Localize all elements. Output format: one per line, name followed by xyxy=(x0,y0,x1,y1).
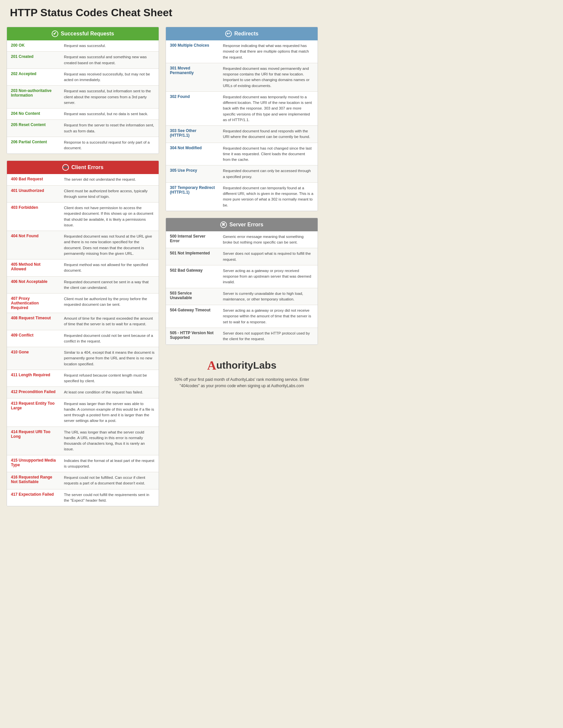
status-description: Response to a successful request for onl… xyxy=(60,137,159,154)
server-errors-title: Server Errors xyxy=(229,222,263,228)
status-description: Request was successful and something new… xyxy=(60,52,159,69)
redirects-section: ↩ Redirects 300 Multiple ChoicesResponse… xyxy=(165,27,318,211)
table-row: 500 Internal Server ErrorGeneric error m… xyxy=(166,231,318,248)
table-row: 200 OKRequest was successful. xyxy=(7,40,159,52)
status-code: 417 Expectation Failed xyxy=(7,489,60,506)
status-code: 400 Bad Request xyxy=(7,174,60,185)
status-description: Server is currently unavailable due to h… xyxy=(219,288,318,305)
table-row: 300 Multiple ChoicesResponse indicating … xyxy=(166,40,318,63)
status-code: 501 Not Implemented xyxy=(166,248,219,265)
table-row: 407 Proxy Authentication RequiredClient … xyxy=(7,294,159,313)
status-description: Server does not support what is required… xyxy=(219,248,318,265)
left-column: ✔ Successful Requests 200 OKRequest was … xyxy=(7,27,159,513)
status-description: The server could not fulfill the require… xyxy=(60,489,159,506)
status-description: Requested document was temporarily moved… xyxy=(219,91,318,125)
status-description: Requested document can temporarily found… xyxy=(219,182,318,211)
status-code: 307 Temporary Redirect (HTTP/1.1) xyxy=(166,182,219,211)
status-description: Request method was not allowed for the s… xyxy=(60,259,159,277)
authority-logo: A uthorityLabs xyxy=(169,358,315,373)
status-code: 403 Forbidden xyxy=(7,203,60,231)
status-code: 415 Unsupported Media Type xyxy=(7,455,60,472)
x-icon: ✖ xyxy=(220,221,227,228)
table-row: 405 Method Not AllowedRequest method was… xyxy=(7,259,159,277)
status-code: 206 Partial Content xyxy=(7,137,60,154)
status-code: 416 Requested Range Not Satisfiable xyxy=(7,472,60,489)
table-row: 408 Request TimeoutAmount of time for th… xyxy=(7,313,159,330)
status-description: Requested document was not found at the … xyxy=(60,231,159,259)
status-description: Amount of time for the request exceeded … xyxy=(60,313,159,330)
status-description: Requested document can only be accessed … xyxy=(219,165,318,183)
server-errors-section: ✖ Server Errors 500 Internal Server Erro… xyxy=(165,218,318,345)
client-errors-table: 400 Bad RequestThe server did not unders… xyxy=(7,174,159,506)
table-row: 406 Not AcceptableRequested document can… xyxy=(7,276,159,294)
table-row: 204 No ContentRequest was successful, bu… xyxy=(7,109,159,120)
authority-a-letter: A xyxy=(207,358,216,373)
status-description: Server does not support the HTTP protoco… xyxy=(219,328,318,344)
status-code: 405 Method Not Allowed xyxy=(7,259,60,277)
page-title: HTTP Status Codes Cheat Sheet xyxy=(7,7,556,19)
status-description: The URL was longer than what the server … xyxy=(60,427,159,455)
table-row: 501 Not ImplementedServer does not suppo… xyxy=(166,248,318,265)
status-code: 201 Created xyxy=(7,52,60,69)
status-code: 302 Found xyxy=(166,91,219,125)
table-row: 304 Not ModifiedRequested document has n… xyxy=(166,143,318,165)
minus-icon: ➖ xyxy=(62,164,69,171)
client-errors-section: ➖ Client Errors 400 Bad RequestThe serve… xyxy=(7,160,159,506)
status-description: Requested document could not be sent bec… xyxy=(60,330,159,347)
server-errors-header: ✖ Server Errors xyxy=(166,218,318,231)
table-row: 401 UnauthorizedClient must be authorize… xyxy=(7,185,159,203)
status-code: 410 Gone xyxy=(7,347,60,370)
status-description: Requested document cannot be sent in a w… xyxy=(60,276,159,294)
redirects-table: 300 Multiple ChoicesResponse indicating … xyxy=(166,40,318,211)
authority-logo-text: uthorityLabs xyxy=(216,360,276,371)
table-row: 302 FoundRequested document was temporar… xyxy=(166,91,318,125)
status-description: Requested document has not changed since… xyxy=(219,143,318,165)
status-description: Requested document found and responds wi… xyxy=(219,126,318,143)
status-code: 502 Bad Gateway xyxy=(166,265,219,288)
status-code: 411 Length Required xyxy=(7,370,60,387)
status-description: Generic error message meaning that somet… xyxy=(219,231,318,248)
table-row: 417 Expectation FailedThe server could n… xyxy=(7,489,159,506)
status-code: 404 Not Found xyxy=(7,231,60,259)
status-description: Server acting as a gateway or proxy rece… xyxy=(219,265,318,288)
table-row: 301 Moved PermanentlyRequested document … xyxy=(166,63,318,91)
table-row: 303 See Other (HTTP/1.1)Requested docume… xyxy=(166,126,318,143)
status-description: Similar to a 404, except that it means t… xyxy=(60,347,159,370)
status-code: 303 See Other (HTTP/1.1) xyxy=(166,126,219,143)
status-description: Request refused because content length m… xyxy=(60,370,159,387)
status-description: Request from the server to reset the inf… xyxy=(60,120,159,137)
table-row: 503 Service UnavailableServer is current… xyxy=(166,288,318,305)
table-row: 409 ConflictRequested document could not… xyxy=(7,330,159,347)
status-code: 305 Use Proxy xyxy=(166,165,219,183)
status-description: Request could not be fulfilled. Can occu… xyxy=(60,472,159,489)
table-row: 205 Reset ContentRequest from the server… xyxy=(7,120,159,137)
status-code: 500 Internal Server Error xyxy=(166,231,219,248)
status-description: Response indicating that what was reques… xyxy=(219,40,318,63)
status-code: 202 Accepted xyxy=(7,68,60,86)
status-description: Request was successful. xyxy=(60,40,159,52)
check-icon: ✔ xyxy=(52,30,58,37)
successful-table: 200 OKRequest was successful.201 Created… xyxy=(7,40,159,154)
status-code: 401 Unauthorized xyxy=(7,185,60,203)
redirect-icon: ↩ xyxy=(225,30,232,37)
status-code: 505 - HTTP Version Not Supported xyxy=(166,328,219,344)
status-description: Server acting as a gateway or proxy did … xyxy=(219,305,318,328)
table-row: 403 ForbiddenClient does not have permis… xyxy=(7,203,159,231)
table-row: 203 Non-authoritative InformationRequest… xyxy=(7,86,159,109)
status-description: Client must be authorized by the proxy b… xyxy=(60,294,159,313)
authority-promo: 50% off your first paid month of Authori… xyxy=(169,377,315,389)
status-description: Client must be authorized before access,… xyxy=(60,185,159,203)
status-code: 408 Request Timeout xyxy=(7,313,60,330)
successful-header: ✔ Successful Requests xyxy=(7,27,159,40)
status-description: The server did not understand the reques… xyxy=(60,174,159,185)
status-code: 413 Request Entity Too Large xyxy=(7,398,60,427)
status-code: 204 No Content xyxy=(7,109,60,120)
status-code: 203 Non-authoritative Information xyxy=(7,86,60,109)
client-errors-title: Client Errors xyxy=(71,164,104,170)
status-description: Request was larger than the server was a… xyxy=(60,398,159,427)
successful-section: ✔ Successful Requests 200 OKRequest was … xyxy=(7,27,159,154)
status-description: Request was successful, but no data is s… xyxy=(60,109,159,120)
table-row: 414 Request URI Too LongThe URL was long… xyxy=(7,427,159,455)
table-row: 504 Gateway TimeoutServer acting as a ga… xyxy=(166,305,318,328)
status-code: 200 OK xyxy=(7,40,60,52)
